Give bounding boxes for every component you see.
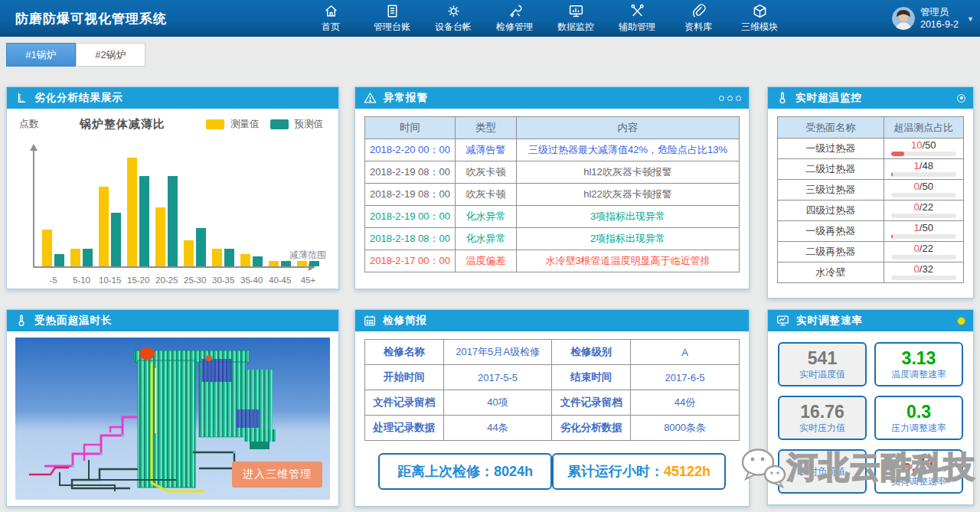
x-tick-label: 40-45	[269, 276, 291, 285]
alarm-time: 2018-2-19 00：00	[365, 206, 456, 228]
maintenance-label: 结束时间	[552, 365, 631, 390]
rate-label: 压力调整速率	[891, 423, 946, 433]
home-icon	[323, 3, 339, 19]
bar-预测值	[83, 249, 93, 266]
x-tick-label: 20-25	[155, 276, 178, 285]
nav-item-monitor-bars[interactable]: 数据监控	[545, 0, 606, 37]
surface-name: 一级过热器	[778, 139, 884, 159]
nav-item-label: 三维模块	[741, 21, 778, 34]
ledger-icon	[384, 3, 400, 19]
rate-card: 16.76实时压力值	[778, 396, 867, 440]
maintenance-table: 检修名称2017年5月A级检修检修级别A开始时间2017-5-5结束时间2017…	[364, 339, 740, 441]
nav-item-label: 管理台账	[374, 21, 410, 34]
overtemp-ratio-cell: 0/22	[884, 242, 964, 263]
main-nav: 首页管理台账设备台帐检修管理数据监控辅助管理资料库三维模块	[300, 0, 790, 37]
overtemp-ratio-cell: 1/50	[884, 221, 964, 242]
x-tick-label: 30-35	[212, 276, 234, 285]
rate-value: 541	[808, 349, 837, 368]
rate-label: 实时压力值	[799, 423, 845, 433]
bar-预测值	[253, 256, 263, 266]
x-tick-label: 25-30	[184, 276, 206, 285]
bar-测量值	[297, 261, 307, 266]
chart-title: 锅炉整体减薄比	[39, 117, 206, 132]
maintenance-summary: 距离上次检修：8024h累计运行小时：45122h	[364, 453, 740, 490]
bar-预测值	[139, 176, 149, 266]
legend-swatch	[270, 119, 289, 129]
overtemp-row: 三级过热器0/50	[778, 180, 964, 201]
overtemp-progress	[891, 276, 956, 280]
alarm-content: 2项指标出现异常	[517, 228, 740, 250]
nav-item-gear[interactable]: 设备台帐	[423, 0, 484, 37]
alarm-row: 2018-2-19 08：00吹灰卡顿hl22吹灰器卡顿报警	[365, 184, 740, 206]
alarm-row: 2018-2-17 00：00温度偏差水冷壁3根管道温度明显高于临近管排	[365, 250, 740, 272]
rate-card: 5.41负荷调整速率	[874, 449, 963, 494]
panel-rates: 实时调整速率 541实时温度值3.13温度调整速率16.76实时压力值0.3压力…	[767, 309, 974, 505]
rate-value: 16.76	[800, 403, 844, 422]
monitor-bars-icon	[568, 3, 584, 19]
bar-测量值	[269, 261, 279, 266]
tab-boiler-2[interactable]: #2锅炉	[76, 43, 145, 67]
bar-测量值	[127, 158, 137, 266]
bar-group	[127, 158, 149, 266]
alarm-type: 化水异常	[456, 206, 517, 228]
legend-label: 测量值	[230, 118, 260, 131]
maintenance-label: 检修名称	[365, 340, 444, 365]
x-axis	[33, 266, 312, 268]
alarm-type: 化水异常	[456, 228, 517, 250]
alarm-row: 2018-2-19 08：00吹灰卡顿hl12吹灰器卡顿报警	[365, 161, 740, 184]
maintenance-label: 劣化分析数据	[552, 416, 631, 441]
panel-title: 受热面超温时长	[34, 314, 331, 328]
nav-item-cube[interactable]: 三维模块	[729, 0, 790, 37]
nav-item-home[interactable]: 首页	[300, 0, 361, 37]
rate-label: 实时温度值	[799, 370, 845, 380]
alarm-content: hl12吹灰器卡顿报警	[517, 161, 740, 184]
surface-name: 三级过热器	[778, 180, 884, 201]
maintenance-value: A	[631, 340, 740, 365]
nav-item-paperclip[interactable]: 资料库	[668, 0, 729, 37]
alarm-time: 2018-2-20 00：00	[365, 139, 456, 161]
rate-label: 实时负荷值	[799, 467, 845, 477]
chevron-down-icon[interactable]: ▼	[967, 15, 974, 23]
bar-测量值	[240, 254, 250, 266]
alarm-type: 减薄告警	[456, 139, 517, 161]
alarm-type: 吹灰卡顿	[456, 161, 517, 184]
status-dot-icon[interactable]	[957, 317, 965, 325]
record-icon[interactable]	[957, 94, 965, 103]
bar-group	[155, 176, 178, 266]
surface-name: 二级过热器	[778, 159, 884, 180]
overtemp-progress	[891, 152, 956, 156]
overtemp-col-header: 超温测点占比	[884, 117, 964, 139]
nav-item-crossed-tools[interactable]: 辅助管理	[606, 0, 668, 37]
chart-legend: 测量值预测值	[206, 118, 328, 131]
surface-name: 四级过热器	[778, 201, 884, 221]
paperclip-icon	[691, 3, 707, 19]
overtemp-ratio-cell: 1/48	[884, 159, 964, 180]
alarm-col-header: 类型	[456, 117, 517, 139]
user-info[interactable]: 管理员 2016-9-2	[892, 0, 959, 37]
nav-item-ledger[interactable]: 管理台账	[361, 0, 423, 37]
nav-item-wrench[interactable]: 检修管理	[484, 0, 545, 37]
panel-overtemp: 实时超温监控 受热面名称超温测点占比 一级过热器10/50二级过热器1/48三级…	[767, 86, 974, 298]
bar-预测值	[111, 213, 121, 266]
summary-value: 8024h	[494, 464, 533, 480]
overtemp-ratio: 10/50	[884, 140, 964, 150]
warning-icon	[363, 91, 377, 105]
bar-测量值	[212, 249, 222, 266]
overtemp-row: 水冷壁0/32	[778, 263, 964, 283]
alarm-content: 三级过热器最大减薄值42%，危险点占比13%	[517, 139, 740, 161]
surface-name: 一级再热器	[778, 221, 884, 242]
avatar	[892, 7, 915, 30]
summary-label: 距离上次检修：	[397, 462, 494, 481]
overtemp-ratio-cell: 0/32	[884, 263, 964, 283]
enter-3d-button[interactable]: 进入三维管理	[232, 461, 322, 488]
maintenance-label: 处理记录数据	[365, 416, 444, 441]
panel-options-icon[interactable]	[719, 96, 741, 101]
rate-card: 0.3压力调整速率	[874, 396, 963, 440]
cube-icon	[752, 3, 768, 19]
bar-group	[70, 249, 93, 266]
alarm-content: hl22吹灰器卡顿报警	[517, 184, 740, 206]
overtemp-progress	[891, 193, 956, 197]
summary-value: 45122h	[664, 464, 710, 480]
tab-boiler-1[interactable]: #1锅炉	[6, 43, 76, 67]
alarm-row: 2018-2-18 08：00化水异常2项指标出现异常	[365, 228, 740, 250]
